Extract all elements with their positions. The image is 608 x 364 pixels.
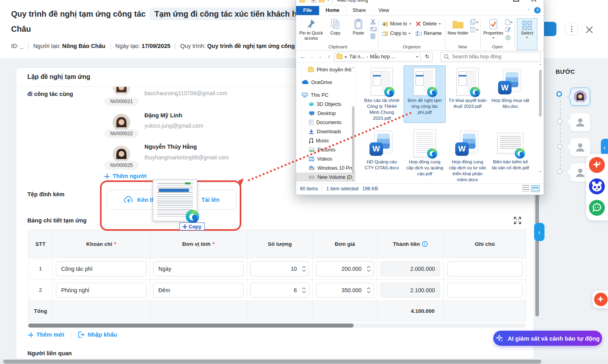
file-item[interactable]: Tờ khai quyết toán thuế 2023.pdf bbox=[447, 66, 488, 123]
add-row-button[interactable]: Thêm mới bbox=[28, 331, 64, 338]
nav-item-selected[interactable]: New Volume (D: bbox=[296, 172, 355, 182]
table-horizontal-scrollbar[interactable] bbox=[28, 323, 526, 328]
file-item[interactable]: W Hợp đồng mua vật liệu.doc bbox=[490, 66, 531, 123]
file-item[interactable]: W Hợp đồng cung cấp dịch vụ tư vấn triển… bbox=[447, 127, 488, 184]
quantity-stepper[interactable]: 10 bbox=[250, 261, 309, 276]
nav-item[interactable]: Pictures bbox=[296, 145, 355, 154]
more-menu-button[interactable] bbox=[565, 23, 578, 35]
dragged-file-preview[interactable] bbox=[153, 180, 197, 221]
new-folder-quick-icon[interactable] bbox=[319, 0, 325, 2]
nav-item[interactable]: Phim truyền thô bbox=[296, 65, 355, 74]
move-to-button[interactable]: Move to bbox=[382, 20, 412, 28]
expense-input[interactable]: Phòng nghỉ bbox=[56, 283, 146, 298]
rename-button[interactable]: Rename bbox=[416, 29, 442, 37]
breadcrumb-box[interactable]: « Tài n... › Mẫu hợp ... bbox=[334, 52, 421, 61]
nav-item[interactable]: OneDrive bbox=[296, 78, 355, 87]
up-icon[interactable]: ↑ bbox=[325, 54, 333, 60]
note-input[interactable] bbox=[447, 261, 523, 276]
close-icon[interactable] bbox=[586, 25, 593, 33]
edit-icon[interactable] bbox=[505, 27, 513, 33]
scroll-up-icon[interactable]: ⌃ bbox=[351, 67, 354, 71]
page-horizontal-scrollbar[interactable] bbox=[0, 359, 608, 364]
add-person-button[interactable]: Thêm người bbox=[104, 173, 146, 179]
cut-icon[interactable] bbox=[370, 19, 376, 25]
scroll-down-icon[interactable]: ⌄ bbox=[351, 178, 354, 182]
expand-table-icon[interactable] bbox=[514, 217, 521, 224]
unit-input[interactable]: Đêm bbox=[153, 283, 244, 298]
import-button[interactable]: Nhập khẩu bbox=[77, 331, 117, 338]
ai-assistant-button[interactable] bbox=[589, 157, 605, 173]
price-stepper[interactable]: 200.000 bbox=[316, 261, 374, 276]
crumb-root[interactable]: Tài n... bbox=[349, 54, 364, 59]
scroll-down-icon[interactable]: ⌄ bbox=[539, 169, 542, 173]
stepper-arrows-icon[interactable] bbox=[367, 287, 371, 293]
history-icon[interactable] bbox=[505, 35, 513, 42]
paste-shortcut-icon[interactable] bbox=[370, 33, 375, 39]
file-item[interactable]: Báo cáo tài chính Công ty TNHH Minh Chun… bbox=[361, 66, 402, 123]
price-stepper[interactable]: 350.000 bbox=[316, 283, 374, 298]
ai-assistant-button[interactable] bbox=[594, 293, 608, 306]
step-assignee-card[interactable] bbox=[570, 138, 590, 156]
tab-file[interactable]: File bbox=[296, 6, 319, 15]
file-list-scrollbar[interactable]: ⌃ ⌄ bbox=[538, 63, 543, 179]
forward-icon[interactable]: → bbox=[308, 54, 315, 60]
stepper-arrows-icon[interactable] bbox=[302, 287, 306, 293]
file-item[interactable]: Hợp đồng cung cấp dịch vụ quảng cáo.pdf bbox=[404, 127, 445, 184]
nav-scrollbar[interactable] bbox=[352, 106, 354, 174]
expense-input[interactable]: Công tác phí bbox=[56, 261, 146, 276]
quantity-stepper[interactable]: 6 bbox=[250, 283, 309, 298]
nav-item[interactable]: 3D Objects bbox=[296, 100, 355, 109]
step-assignee-card[interactable] bbox=[570, 113, 590, 131]
chevron-down-icon[interactable] bbox=[327, 0, 329, 2]
explorer-title-bar[interactable]: | | Mẫu hợp đồng bbox=[296, 0, 544, 5]
nav-item[interactable]: Downloads bbox=[296, 127, 355, 136]
nav-item[interactable]: This PC bbox=[296, 90, 355, 100]
step-indicator[interactable] bbox=[557, 169, 562, 174]
search-input[interactable] bbox=[441, 52, 540, 61]
copy-to-button[interactable]: Copy to bbox=[382, 29, 412, 37]
refresh-icon[interactable]: ↻ bbox=[422, 52, 433, 61]
step-indicator[interactable] bbox=[557, 119, 562, 124]
new-item-icon[interactable] bbox=[470, 19, 479, 25]
note-input[interactable] bbox=[447, 283, 523, 298]
recent-locations-icon[interactable]: ⌄ bbox=[317, 55, 324, 59]
thumbnails-view-icon[interactable] bbox=[531, 185, 540, 192]
stepper-arrows-icon[interactable] bbox=[302, 266, 306, 272]
back-icon[interactable]: ← bbox=[299, 54, 306, 60]
nav-item[interactable]: Desktop bbox=[296, 109, 355, 118]
copy-path-icon[interactable] bbox=[370, 27, 377, 32]
ai-monitor-button[interactable]: AI giám sát và cảnh báo tự động bbox=[493, 331, 602, 346]
details-view-icon[interactable] bbox=[522, 185, 529, 192]
maximize-icon[interactable] bbox=[513, 0, 519, 2]
paste-button[interactable]: Paste bbox=[347, 17, 369, 36]
file-item[interactable]: Biên bản kiểm kê tài sản cố định.pdf bbox=[490, 127, 531, 184]
toolbar-collapse-button[interactable]: ‹ bbox=[601, 139, 608, 155]
unit-input[interactable]: Ngày bbox=[153, 261, 244, 276]
tab-view[interactable]: View bbox=[372, 6, 396, 15]
copy-button[interactable]: Copy bbox=[324, 17, 346, 36]
easy-access-icon[interactable] bbox=[470, 27, 479, 33]
ribbon-collapse-icon[interactable]: ⌃ bbox=[527, 8, 530, 13]
pin-to-quick-access-button[interactable]: Pin to Quick access bbox=[299, 17, 323, 40]
step-assignee-card[interactable] bbox=[570, 88, 590, 106]
delete-button[interactable]: Delete bbox=[416, 20, 442, 28]
search-box[interactable] bbox=[441, 52, 541, 61]
open-item-icon[interactable] bbox=[505, 19, 513, 25]
scroll-up-icon[interactable]: ⌃ bbox=[539, 63, 542, 68]
close-window-icon[interactable] bbox=[531, 0, 537, 2]
collapse-panel-button[interactable]: ‹ bbox=[534, 223, 545, 241]
file-item[interactable]: W HD Quảng cáo CTY CITAS.docx bbox=[361, 127, 402, 184]
select-button[interactable]: Select bbox=[517, 18, 537, 50]
nav-item[interactable]: Windows 10 Pro bbox=[296, 163, 355, 172]
new-folder-button[interactable]: New folder bbox=[447, 17, 469, 36]
step-indicator-active[interactable] bbox=[556, 91, 562, 97]
tab-share[interactable]: Share bbox=[346, 6, 372, 15]
stepper-arrows-icon[interactable] bbox=[367, 266, 371, 272]
chatbot-button[interactable] bbox=[589, 178, 605, 194]
info-icon[interactable] bbox=[422, 241, 428, 247]
properties-button[interactable]: Properties bbox=[482, 17, 504, 40]
help-icon[interactable]: ? bbox=[534, 7, 541, 13]
crumb-current[interactable]: Mẫu hợp ... bbox=[370, 54, 395, 59]
chat-support-button[interactable] bbox=[589, 200, 605, 216]
nav-item[interactable]: Documents bbox=[296, 118, 355, 127]
